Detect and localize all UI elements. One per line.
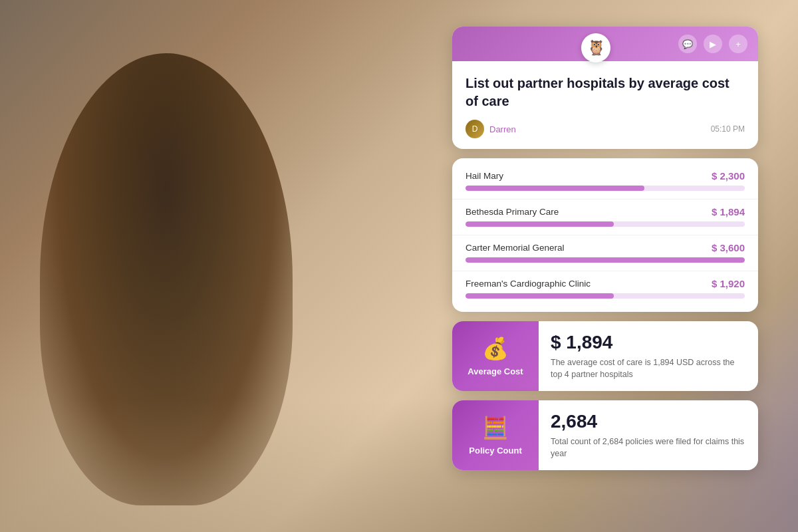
hospital-bar-fill [466, 186, 644, 191]
policy-count-description: Total count of 2,684 policies were filed… [551, 436, 746, 460]
chat-question: List out partner hospitals by average co… [466, 74, 745, 110]
hospital-cost: $ 2,300 [712, 170, 745, 182]
plus-icon-btn[interactable]: + [729, 35, 747, 53]
hospital-name: Carter Memorial General [466, 243, 565, 253]
average-cost-card: 💰 Average Cost $ 1,894 The average cost … [452, 321, 758, 391]
policy-count-card: 🧮 Policy Count 2,684 Total count of 2,68… [452, 400, 758, 470]
policy-count-value: 2,684 [551, 411, 746, 432]
hospital-bar-fill [466, 293, 614, 299]
hospital-row: Carter Memorial General $ 3,600 [452, 235, 758, 271]
average-cost-value: $ 1,894 [551, 332, 746, 353]
hospital-row: Freeman's Cardiographic Clinic $ 1,920 [452, 271, 758, 307]
policy-count-content: 2,684 Total count of 2,684 policies were… [539, 400, 758, 470]
chat-user: D Darren [466, 120, 516, 138]
header-icons-group: 💬 ▶ + [678, 35, 747, 53]
chat-card-body: List out partner hospitals by average co… [452, 61, 758, 149]
hospital-name: Hail Mary [466, 171, 503, 181]
hospital-bar-fill [466, 221, 614, 227]
policy-count-icon: 🧮 [482, 415, 509, 440]
ui-overlay: 💬 ▶ + List out partner hospitals by aver… [452, 27, 758, 470]
hospital-name: Bethesda Primary Care [466, 207, 559, 217]
chat-timestamp: 05:10 PM [711, 124, 745, 134]
average-cost-label: Average Cost [467, 366, 523, 376]
hospital-row: Hail Mary $ 2,300 [452, 164, 758, 200]
hospital-bar-track [466, 186, 745, 191]
chat-meta: D Darren 05:10 PM [466, 120, 745, 138]
hospital-list-card: Hail Mary $ 2,300 Bethesda Primary Care … [452, 158, 758, 312]
owl-logo: 🦉 [581, 33, 610, 63]
hospital-bar-track [466, 293, 745, 299]
average-cost-icon: 💰 [482, 336, 509, 361]
hospital-cost: $ 1,920 [712, 278, 745, 289]
hospital-bar-fill [466, 257, 745, 263]
message-icon-btn[interactable]: 💬 [678, 35, 697, 53]
hospital-cost: $ 3,600 [712, 242, 745, 253]
play-icon-btn[interactable]: ▶ [704, 35, 722, 53]
hospital-row-top: Freeman's Cardiographic Clinic $ 1,920 [466, 278, 745, 289]
hospital-row-top: Carter Memorial General $ 3,600 [466, 242, 745, 253]
average-cost-content: $ 1,894 The average cost of care is 1,89… [539, 321, 758, 391]
policy-count-label: Policy Count [469, 446, 521, 456]
average-cost-icon-panel: 💰 Average Cost [452, 321, 539, 391]
average-cost-description: The average cost of care is 1,894 USD ac… [551, 357, 746, 380]
hospital-row-top: Hail Mary $ 2,300 [466, 170, 745, 182]
user-avatar: D [466, 120, 484, 138]
policy-count-icon-panel: 🧮 Policy Count [452, 400, 539, 470]
hospital-cost: $ 1,894 [712, 206, 745, 217]
hospital-bar-track [466, 221, 745, 227]
hospital-name: Freeman's Cardiographic Clinic [466, 279, 591, 289]
hospital-row: Bethesda Primary Care $ 1,894 [452, 200, 758, 235]
user-name: Darren [489, 124, 516, 134]
hospital-row-top: Bethesda Primary Care $ 1,894 [466, 206, 745, 217]
hospital-bar-track [466, 257, 745, 263]
